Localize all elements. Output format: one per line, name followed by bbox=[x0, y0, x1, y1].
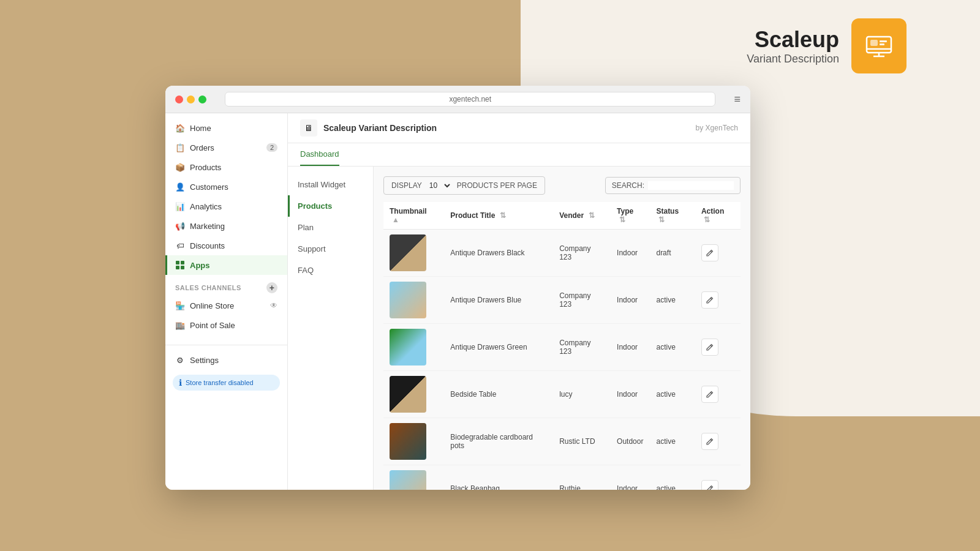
edit-button[interactable] bbox=[701, 291, 718, 309]
sidebar-item-label: Orders bbox=[190, 143, 214, 152]
app-header-title: Scaleup Variant Description bbox=[323, 123, 437, 133]
sidebar-item-label: Online Store bbox=[190, 301, 234, 310]
nav-item-faq[interactable]: FAQ bbox=[288, 260, 373, 281]
cell-status: active bbox=[650, 418, 695, 465]
svg-rect-6 bbox=[880, 43, 884, 45]
sort-icon: ⇅ bbox=[500, 211, 506, 220]
branding-text: Scaleup Variant Description bbox=[747, 27, 839, 66]
browser-menu-icon[interactable]: ≡ bbox=[734, 93, 741, 106]
sidebar-item-label: Analytics bbox=[190, 202, 222, 211]
cell-product-title: Bedside Table bbox=[444, 371, 553, 418]
cell-type: Indoor bbox=[611, 465, 650, 490]
sidebar-item-orders[interactable]: 📋 Orders 2 bbox=[165, 138, 287, 157]
col-product-title: Product Title ⇅ bbox=[444, 202, 553, 230]
online-store-icon: 🏪 bbox=[175, 301, 185, 310]
svg-rect-4 bbox=[871, 40, 877, 45]
edit-button[interactable] bbox=[701, 386, 718, 403]
cell-vendor: Company 123 bbox=[553, 277, 611, 324]
sidebar-item-settings[interactable]: ⚙ Settings bbox=[165, 350, 287, 370]
sidebar-item-products[interactable]: 📦 Products bbox=[165, 157, 287, 177]
nav-item-products[interactable]: Products bbox=[288, 195, 373, 217]
app-left-nav: Install Widget Products Plan Support FAQ bbox=[288, 167, 374, 490]
col-vender: Vender ⇅ bbox=[553, 202, 611, 230]
add-sales-channel-button[interactable]: + bbox=[266, 282, 277, 293]
browser-chrome: xgentech.net ≡ bbox=[165, 86, 750, 113]
cell-vendor: Ruthie bbox=[553, 465, 611, 490]
products-tbody: Antique Drawers Black Company 123 Indoor… bbox=[383, 230, 741, 490]
search-control: SEARCH: bbox=[605, 177, 741, 194]
app-inner: Install Widget Products Plan Support FAQ… bbox=[288, 167, 750, 490]
cell-thumbnail bbox=[383, 324, 444, 371]
table-header: Thumbnail ▲ Product Title ⇅ Vender ⇅ Typ… bbox=[383, 202, 741, 230]
app-tabs: Dashboard bbox=[288, 143, 750, 167]
sidebar-item-label: Discounts bbox=[190, 241, 225, 250]
display-control: DISPLAY 10 25 50 100 PRODUCTS PER PAGE bbox=[383, 176, 545, 195]
cell-product-title: Antique Drawers Blue bbox=[444, 277, 553, 324]
sidebar-item-label: Apps bbox=[190, 261, 210, 270]
table-row: Antique Drawers Blue Company 123 Indoor … bbox=[383, 277, 741, 324]
close-button[interactable] bbox=[175, 96, 183, 103]
svg-rect-10 bbox=[181, 266, 184, 269]
sidebar-item-label: Settings bbox=[190, 356, 219, 365]
product-thumbnail-img bbox=[390, 329, 426, 365]
customers-icon: 👤 bbox=[175, 182, 185, 192]
cell-vendor: lucy bbox=[553, 371, 611, 418]
nav-item-install-widget[interactable]: Install Widget bbox=[288, 174, 373, 195]
cell-product-title: Antique Drawers Black bbox=[444, 230, 553, 277]
sidebar-item-label: Marketing bbox=[190, 222, 225, 231]
product-thumbnail-img bbox=[390, 282, 426, 318]
edit-button[interactable] bbox=[701, 480, 718, 490]
sidebar-item-online-store[interactable]: 🏪 Online Store 👁 bbox=[165, 296, 287, 315]
address-bar[interactable]: xgentech.net bbox=[225, 92, 715, 107]
minimize-button[interactable] bbox=[187, 96, 195, 103]
cell-action bbox=[695, 230, 741, 277]
sidebar-item-customers[interactable]: 👤 Customers bbox=[165, 177, 287, 197]
product-thumbnail-img bbox=[390, 423, 426, 460]
sidebar-item-label: Point of Sale bbox=[190, 321, 235, 330]
branding-subtitle: Variant Description bbox=[747, 53, 839, 66]
nav-item-support[interactable]: Support bbox=[288, 238, 373, 260]
cell-status: active bbox=[650, 371, 695, 418]
marketing-icon: 📢 bbox=[175, 221, 185, 231]
app-header-left: 🖥 Scaleup Variant Description bbox=[300, 119, 437, 137]
browser-window: xgentech.net ≡ 🏠 Home 📋 Orders 2 📦 Produ… bbox=[165, 86, 750, 490]
search-label: SEARCH: bbox=[612, 181, 644, 190]
cell-status: active bbox=[650, 465, 695, 490]
cell-product-title: Biodegradable cardboard pots bbox=[444, 418, 553, 465]
maximize-button[interactable] bbox=[198, 96, 206, 103]
edit-button[interactable] bbox=[701, 433, 718, 450]
sidebar-item-home[interactable]: 🏠 Home bbox=[165, 118, 287, 138]
sidebar-item-marketing[interactable]: 📢 Marketing bbox=[165, 216, 287, 236]
edit-button[interactable] bbox=[701, 339, 718, 356]
svg-rect-9 bbox=[176, 266, 179, 269]
nav-item-plan[interactable]: Plan bbox=[288, 217, 373, 238]
traffic-lights bbox=[175, 96, 206, 103]
cell-thumbnail bbox=[383, 230, 444, 277]
sidebar-item-apps[interactable]: Apps bbox=[165, 255, 287, 275]
app-layout: 🏠 Home 📋 Orders 2 📦 Products 👤 Customers… bbox=[165, 113, 750, 490]
app-header: 🖥 Scaleup Variant Description by XgenTec… bbox=[288, 113, 750, 143]
display-select[interactable]: 10 25 50 100 bbox=[427, 181, 452, 190]
col-status: Status ⇅ bbox=[650, 202, 695, 230]
sidebar-item-point-of-sale[interactable]: 🏬 Point of Sale bbox=[165, 315, 287, 335]
sidebar-item-analytics[interactable]: 📊 Analytics bbox=[165, 197, 287, 216]
sidebar-item-discounts[interactable]: 🏷 Discounts bbox=[165, 236, 287, 255]
per-page-label: PRODUCTS PER PAGE bbox=[457, 181, 537, 190]
cell-action bbox=[695, 418, 741, 465]
branding-title: Scaleup bbox=[747, 27, 839, 53]
cell-vendor: Rustic LTD bbox=[553, 418, 611, 465]
discounts-icon: 🏷 bbox=[175, 241, 185, 250]
search-input[interactable] bbox=[648, 181, 734, 190]
product-thumbnail-img bbox=[390, 234, 426, 271]
cell-thumbnail bbox=[383, 371, 444, 418]
svg-rect-8 bbox=[181, 261, 184, 264]
products-icon: 📦 bbox=[175, 162, 185, 172]
table-row: Antique Drawers Green Company 123 Indoor… bbox=[383, 324, 741, 371]
cell-thumbnail bbox=[383, 418, 444, 465]
tab-dashboard[interactable]: Dashboard bbox=[300, 143, 339, 166]
sales-channels-label: SALES CHANNELS + bbox=[165, 275, 287, 296]
orders-badge: 2 bbox=[266, 143, 277, 152]
edit-button[interactable] bbox=[701, 244, 718, 261]
info-icon: ℹ bbox=[179, 378, 182, 388]
cell-status: active bbox=[650, 324, 695, 371]
